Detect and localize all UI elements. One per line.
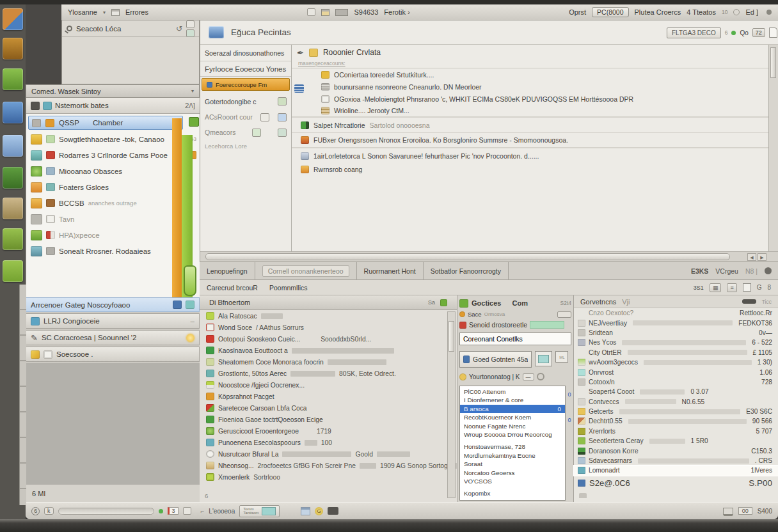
- selected-workspace-row[interactable]: QSSP Chamber -3: [28, 116, 183, 130]
- sort-label[interactable]: Sa: [428, 299, 435, 306]
- stats-row[interactable]: ContveccsN0.6.55: [574, 397, 778, 407]
- status-button[interactable]: TommTantisom: [239, 505, 280, 517]
- list-row[interactable]: Geruscicoot Erooentorgeoe1719: [200, 425, 457, 437]
- dropdown-item[interactable]: Chercd'.noeuthrownge: [460, 498, 565, 501]
- menubar-right-views[interactable]: Plutea Croercs: [635, 8, 681, 16]
- list-header[interactable]: Di Bfnoertom Sa: [200, 295, 457, 310]
- stats-row[interactable]: Dechtrt0.5590 566: [574, 416, 778, 426]
- menubar-right-ed[interactable]: Ed ]: [745, 8, 758, 16]
- tab-1[interactable]: Lenopuefingn: [200, 262, 255, 279]
- form-row-sace[interactable]: Sace Ormosva: [459, 309, 571, 319]
- search-count-button[interactable]: 72: [752, 28, 765, 37]
- tab-3[interactable]: Ruorrnanert Hont: [357, 262, 424, 279]
- scroll-left-arrow[interactable]: ◀: [747, 253, 756, 261]
- dock-book-icon[interactable]: [3, 38, 23, 59]
- vertical-scrollbar[interactable]: [768, 45, 778, 251]
- sidebar-highlight-row[interactable]: Arrcenoer Gateg Noscoyfoaoo: [26, 297, 200, 312]
- dropdown-item-selected[interactable]: B arsoca0: [460, 405, 565, 413]
- dropdown-item[interactable]: Wroup Sooooa Drrou Reoorcog: [460, 430, 565, 439]
- form-row-send[interactable]: Senoid drostoreetle: [459, 319, 571, 331]
- dock-tan-app-icon[interactable]: [3, 198, 23, 219]
- stats-row[interactable]: Nes Ycos6 - 522: [574, 338, 778, 347]
- ellipsis-button[interactable]: —: [523, 373, 534, 380]
- feed-row[interactable]: Rwrnsrob coang: [292, 163, 768, 175]
- list-view-icon[interactable]: [294, 84, 304, 93]
- dock-folder-icon[interactable]: [3, 167, 23, 189]
- scrollbar-thumb[interactable]: [205, 253, 730, 260]
- list-row[interactable]: Sheatomem Coce Monoraca foocrin: [200, 356, 457, 368]
- feed-row[interactable]: OGoxioa -Meloloiengtot Phnsranoo 'c, WHK…: [292, 93, 768, 105]
- nav-item[interactable]: Fyrlooce Eooecou Yones: [200, 61, 291, 77]
- nav-item[interactable]: Qmeacors: [200, 125, 291, 140]
- dropdown-item[interactable]: PlC00 Attenom: [460, 387, 565, 396]
- tabbar-right-label[interactable]: VCrgeu: [715, 267, 738, 275]
- sidebar-bar-row[interactable]: LLRJ Congioceie –: [26, 313, 200, 329]
- nav-item-active[interactable]: Foereccoroupe Fm: [202, 78, 290, 91]
- g-coin-icon[interactable]: G: [315, 507, 323, 515]
- menubar-right-threads[interactable]: 4 Tteatos: [687, 8, 716, 16]
- stats-row[interactable]: NEJ/veertliayFEDKOT36: [574, 318, 778, 327]
- list-scrollbar[interactable]: [447, 311, 456, 498]
- stats-row[interactable]: Cotoox/n728: [574, 377, 778, 387]
- green-app-icon[interactable]: [440, 299, 447, 306]
- search-input[interactable]: FLTGA3 DECO: [667, 27, 721, 38]
- search-qo-label[interactable]: Qo: [740, 29, 748, 36]
- notebook-row[interactable]: Nstemortk bates 2/\]: [26, 98, 200, 114]
- breadcrumb-item[interactable]: Poomnmllics: [269, 284, 308, 292]
- options-icon[interactable]: [765, 267, 772, 274]
- dock-lightblue-app-icon[interactable]: [3, 135, 23, 157]
- dropdown-item[interactable]: Noonue Fagate Nrenc: [460, 422, 565, 430]
- list-row[interactable]: Ootopoui Sooskeoo Cueic...SoooddxbS0rld.…: [200, 333, 457, 345]
- stats-row[interactable]: GetcertsE30 S6C: [574, 407, 778, 416]
- checkbox[interactable]: [743, 283, 751, 292]
- list-row[interactable]: Kaoslnavoa Eouttooct a: [200, 345, 457, 356]
- progress-slider[interactable]: [58, 508, 154, 515]
- dropdown-item[interactable]: Mordlurnekamtnya Eocne: [460, 451, 565, 460]
- toolbar-icon[interactable]: [307, 8, 315, 16]
- stats-row[interactable]: Doranoson KorreC150.3: [574, 446, 778, 455]
- grid-icon[interactable]: [173, 301, 182, 309]
- feed-row[interactable]: bounursanne nsonreone Cneanurlo. DN Meor…: [292, 81, 768, 93]
- zoom-box[interactable]: 00: [738, 507, 752, 515]
- dropdown-item[interactable]: RecobtKouerneor Koem: [460, 413, 565, 421]
- screenshot-thumbnail[interactable]: [535, 351, 552, 366]
- list-row[interactable]: Punoenena Esecolaspoours100: [200, 437, 457, 448]
- pin-icon[interactable]: [766, 10, 772, 15]
- feed-row[interactable]: FUBxer Orengsrsoen Nronox Eroroiloa. Ko …: [292, 132, 768, 148]
- dock-notes-icon[interactable]: [3, 260, 23, 282]
- feed-row[interactable]: 1airLorletetorca L Sonon Savarunee! fehu…: [292, 148, 768, 163]
- dock-green-app-icon[interactable]: [3, 68, 23, 90]
- dropdown-item[interactable]: I Dionfernener & core: [460, 396, 565, 404]
- feed-row[interactable]: Salpet NfrcatlorieSartolod onoooesna: [292, 117, 768, 132]
- sidebar-bar-row[interactable]: ✎ SC Coracroesa | Soounnel '2: [26, 330, 200, 345]
- panel-edge-strip[interactable]: [19, 285, 26, 505]
- chevron-down-icon[interactable]: ▾: [191, 88, 194, 94]
- page-icon[interactable]: [769, 27, 777, 38]
- list-view-button[interactable]: ≡: [727, 283, 736, 292]
- ml-button[interactable]: ML: [555, 351, 568, 363]
- stats-row[interactable]: Onrvrost1.06: [574, 367, 778, 377]
- menubar-right-open[interactable]: Oprst: [569, 8, 586, 16]
- scroll-right-arrow[interactable]: ▶: [758, 253, 766, 261]
- breadcrumb-item[interactable]: Carecrud brcouR: [207, 284, 258, 292]
- dock-chart-icon[interactable]: [3, 228, 23, 250]
- list-row[interactable]: Nusrutcaor Bfural LaGoold: [200, 448, 457, 460]
- tab-2[interactable]: Cornell ononankenerteoo: [255, 262, 357, 279]
- feed-row[interactable]: Wrioline.... Jerooty CtM...: [292, 105, 768, 117]
- dock-app-icon[interactable]: [3, 8, 23, 30]
- comment-input[interactable]: [459, 332, 571, 345]
- tabbar-right-label[interactable]: E3KS: [691, 267, 708, 275]
- dropdown-item[interactable]: Honstoavermase, 728: [460, 442, 565, 451]
- stats-row[interactable]: Soapert4 Cooot0 3.07: [574, 387, 778, 396]
- list-row[interactable]: Nooostoce /fgjeci Oocrenex...: [200, 379, 457, 391]
- refresh-icon[interactable]: ↺: [176, 24, 182, 33]
- stats-row[interactable]: Seeotlertera Ceray1 5R0: [574, 436, 778, 446]
- good-content-box[interactable]: Goed Gotnten 45a: [459, 351, 532, 368]
- stats-row[interactable]: City OtrtER£ 1105: [574, 348, 778, 357]
- monitor-icon[interactable]: [723, 508, 733, 515]
- dock-blue-app-icon[interactable]: [3, 102, 23, 123]
- dropdown-item[interactable]: Soraat: [460, 460, 565, 468]
- pc-button[interactable]: PC(8000: [592, 7, 628, 17]
- panel-toggle-icon[interactable]: [186, 20, 194, 28]
- stats-row[interactable]: Sridtean0v—: [574, 328, 778, 338]
